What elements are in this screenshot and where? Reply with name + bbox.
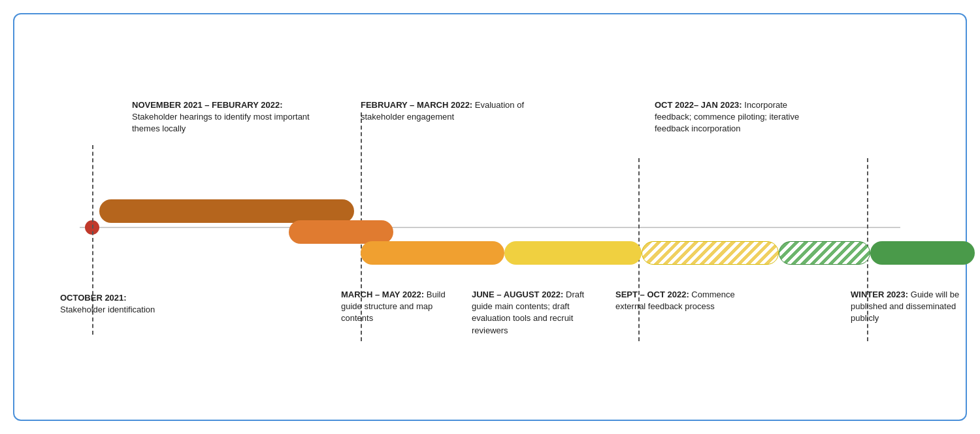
label-oct2022: OCT 2022– JAN 2023: Incorporate feedback… [655,99,811,135]
label-oct2021: OCTOBER 2021: Stakeholder identification [60,292,165,316]
bar-win2023 [870,241,975,265]
label-sep2022-bold: SEPT – OCT 2022: [615,290,689,299]
label-nov2021-bold: NOVEMBER 2021 – FEBURARY 2022: [132,100,282,110]
main-container: OCTOBER 2021: Stakeholder identification… [13,13,967,421]
label-jun2022: JUNE – AUGUST 2022: Draft guide main con… [472,289,602,337]
label-feb2022: FEBRUARY – MARCH 2022: Evaluation of sta… [361,99,524,123]
bar-jun2022 [504,241,642,265]
label-nov2021: NOVEMBER 2021 – FEBURARY 2022: Stakehold… [132,99,321,135]
label-oct2022-bold: OCT 2022– JAN 2023: [655,100,742,110]
bar-sep2022 [642,241,779,265]
label-mar2022: MARCH – MAY 2022: Build guide structure … [341,289,452,325]
bar-mar2022 [361,241,504,265]
label-nov2021-text: Stakeholder hearings to identify most im… [132,112,310,133]
label-jun2022-bold: JUNE – AUGUST 2022: [472,290,563,299]
label-sep2022: SEPT – OCT 2022: Commence external feedb… [615,289,746,312]
timeline-area: OCTOBER 2021: Stakeholder identification… [41,34,939,400]
bar-feb2022 [289,220,393,244]
label-oct2021-text: Stakeholder identification [60,305,155,314]
timeline-baseline [80,227,900,228]
label-oct2021-bold: OCTOBER 2021: [60,293,127,303]
label-win2023: WINTER 2023: Guide will be published and… [851,289,980,325]
bar-nov2021 [99,199,354,223]
label-feb2022-bold: FEBRUARY – MARCH 2022: [361,100,472,110]
bar-oct2022 [779,241,870,265]
label-win2023-bold: WINTER 2023: [851,290,908,299]
label-mar2022-bold: MARCH – MAY 2022: [341,290,424,299]
